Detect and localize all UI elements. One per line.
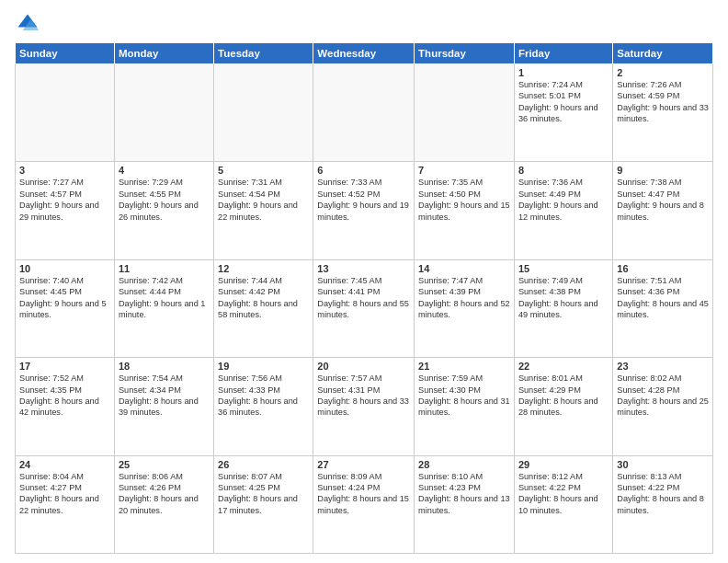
day-number: 29: [518, 459, 609, 470]
day-info: Sunrise: 7:57 AMSunset: 4:31 PMDaylight:…: [317, 373, 410, 419]
weekday-header-tuesday: Tuesday: [214, 43, 313, 64]
day-info: Sunrise: 8:12 AMSunset: 4:22 PMDaylight:…: [518, 471, 609, 517]
calendar-cell: 5Sunrise: 7:31 AMSunset: 4:54 PMDaylight…: [214, 162, 313, 259]
day-info: Sunrise: 8:07 AMSunset: 4:25 PMDaylight:…: [218, 471, 309, 517]
day-info: Sunrise: 7:42 AMSunset: 4:44 PMDaylight:…: [119, 275, 210, 321]
day-number: 15: [518, 263, 609, 274]
logo: [15, 11, 44, 37]
weekday-header-thursday: Thursday: [415, 43, 515, 64]
day-number: 24: [19, 459, 110, 470]
day-info: Sunrise: 7:44 AMSunset: 4:42 PMDaylight:…: [218, 275, 309, 321]
day-number: 21: [418, 361, 510, 372]
calendar-cell: 12Sunrise: 7:44 AMSunset: 4:42 PMDayligh…: [214, 259, 313, 357]
day-info: Sunrise: 7:56 AMSunset: 4:33 PMDaylight:…: [218, 373, 309, 419]
calendar-cell: [415, 64, 515, 162]
calendar-cell: [16, 64, 115, 162]
calendar-cell: [214, 64, 313, 162]
week-row-4: 17Sunrise: 7:52 AMSunset: 4:35 PMDayligh…: [16, 358, 713, 455]
day-number: 14: [418, 263, 510, 274]
day-info: Sunrise: 8:10 AMSunset: 4:23 PMDaylight:…: [418, 471, 510, 517]
calendar-cell: [313, 64, 415, 162]
calendar-cell: 30Sunrise: 8:13 AMSunset: 4:22 PMDayligh…: [613, 455, 713, 553]
day-number: 13: [317, 263, 410, 274]
week-row-1: 1Sunrise: 7:24 AMSunset: 5:01 PMDaylight…: [16, 64, 713, 162]
calendar-cell: 23Sunrise: 8:02 AMSunset: 4:28 PMDayligh…: [613, 358, 713, 455]
calendar-cell: 24Sunrise: 8:04 AMSunset: 4:27 PMDayligh…: [16, 455, 115, 553]
day-number: 6: [317, 165, 410, 176]
day-info: Sunrise: 8:09 AMSunset: 4:24 PMDaylight:…: [317, 471, 410, 517]
logo-icon: [15, 11, 40, 37]
week-row-5: 24Sunrise: 8:04 AMSunset: 4:27 PMDayligh…: [16, 455, 713, 553]
calendar-cell: 2Sunrise: 7:26 AMSunset: 4:59 PMDaylight…: [613, 64, 713, 162]
weekday-header-friday: Friday: [514, 43, 612, 64]
day-info: Sunrise: 7:35 AMSunset: 4:50 PMDaylight:…: [418, 177, 510, 223]
calendar-cell: 4Sunrise: 7:29 AMSunset: 4:55 PMDaylight…: [114, 162, 213, 259]
calendar-cell: 26Sunrise: 8:07 AMSunset: 4:25 PMDayligh…: [214, 455, 313, 553]
calendar: SundayMondayTuesdayWednesdayThursdayFrid…: [15, 42, 713, 554]
day-number: 10: [19, 263, 110, 274]
calendar-cell: 7Sunrise: 7:35 AMSunset: 4:50 PMDaylight…: [415, 162, 515, 259]
day-info: Sunrise: 7:24 AMSunset: 5:01 PMDaylight:…: [518, 79, 609, 125]
day-info: Sunrise: 7:33 AMSunset: 4:52 PMDaylight:…: [317, 177, 410, 223]
day-info: Sunrise: 7:51 AMSunset: 4:36 PMDaylight:…: [617, 275, 709, 321]
day-number: 12: [218, 263, 309, 274]
day-info: Sunrise: 8:02 AMSunset: 4:28 PMDaylight:…: [617, 373, 709, 419]
calendar-cell: 3Sunrise: 7:27 AMSunset: 4:57 PMDaylight…: [16, 162, 115, 259]
weekday-header-wednesday: Wednesday: [313, 43, 415, 64]
day-number: 16: [617, 263, 709, 274]
calendar-cell: 8Sunrise: 7:36 AMSunset: 4:49 PMDaylight…: [514, 162, 612, 259]
day-info: Sunrise: 7:49 AMSunset: 4:38 PMDaylight:…: [518, 275, 609, 321]
day-info: Sunrise: 8:13 AMSunset: 4:22 PMDaylight:…: [617, 471, 709, 517]
day-number: 5: [218, 165, 309, 176]
day-number: 3: [19, 165, 110, 176]
day-info: Sunrise: 8:06 AMSunset: 4:26 PMDaylight:…: [119, 471, 210, 517]
day-number: 17: [19, 361, 110, 372]
day-number: 18: [119, 361, 210, 372]
day-number: 20: [317, 361, 410, 372]
week-row-3: 10Sunrise: 7:40 AMSunset: 4:45 PMDayligh…: [16, 259, 713, 357]
day-number: 23: [617, 361, 709, 372]
calendar-cell: 14Sunrise: 7:47 AMSunset: 4:39 PMDayligh…: [415, 259, 515, 357]
week-row-2: 3Sunrise: 7:27 AMSunset: 4:57 PMDaylight…: [16, 162, 713, 259]
day-number: 4: [119, 165, 210, 176]
day-info: Sunrise: 8:04 AMSunset: 4:27 PMDaylight:…: [19, 471, 110, 517]
calendar-cell: 18Sunrise: 7:54 AMSunset: 4:34 PMDayligh…: [114, 358, 213, 455]
day-number: 27: [317, 459, 410, 470]
page: SundayMondayTuesdayWednesdayThursdayFrid…: [0, 0, 728, 563]
calendar-cell: 28Sunrise: 8:10 AMSunset: 4:23 PMDayligh…: [415, 455, 515, 553]
day-info: Sunrise: 7:59 AMSunset: 4:30 PMDaylight:…: [418, 373, 510, 419]
day-info: Sunrise: 7:40 AMSunset: 4:45 PMDaylight:…: [19, 275, 110, 321]
calendar-cell: 16Sunrise: 7:51 AMSunset: 4:36 PMDayligh…: [613, 259, 713, 357]
calendar-cell: 21Sunrise: 7:59 AMSunset: 4:30 PMDayligh…: [415, 358, 515, 455]
day-info: Sunrise: 7:26 AMSunset: 4:59 PMDaylight:…: [617, 79, 709, 125]
calendar-cell: 22Sunrise: 8:01 AMSunset: 4:29 PMDayligh…: [514, 358, 612, 455]
day-info: Sunrise: 7:29 AMSunset: 4:55 PMDaylight:…: [119, 177, 210, 223]
calendar-cell: 15Sunrise: 7:49 AMSunset: 4:38 PMDayligh…: [514, 259, 612, 357]
day-number: 11: [119, 263, 210, 274]
day-number: 1: [518, 67, 609, 78]
header: [15, 11, 713, 37]
calendar-cell: 19Sunrise: 7:56 AMSunset: 4:33 PMDayligh…: [214, 358, 313, 455]
weekday-header-row: SundayMondayTuesdayWednesdayThursdayFrid…: [16, 43, 713, 64]
day-number: 25: [119, 459, 210, 470]
day-number: 9: [617, 165, 709, 176]
weekday-header-sunday: Sunday: [16, 43, 115, 64]
calendar-cell: 1Sunrise: 7:24 AMSunset: 5:01 PMDaylight…: [514, 64, 612, 162]
calendar-cell: 6Sunrise: 7:33 AMSunset: 4:52 PMDaylight…: [313, 162, 415, 259]
calendar-cell: 25Sunrise: 8:06 AMSunset: 4:26 PMDayligh…: [114, 455, 213, 553]
calendar-cell: 11Sunrise: 7:42 AMSunset: 4:44 PMDayligh…: [114, 259, 213, 357]
calendar-cell: 27Sunrise: 8:09 AMSunset: 4:24 PMDayligh…: [313, 455, 415, 553]
calendar-cell: 13Sunrise: 7:45 AMSunset: 4:41 PMDayligh…: [313, 259, 415, 357]
day-number: 7: [418, 165, 510, 176]
weekday-header-saturday: Saturday: [613, 43, 713, 64]
calendar-cell: 17Sunrise: 7:52 AMSunset: 4:35 PMDayligh…: [16, 358, 115, 455]
calendar-cell: 9Sunrise: 7:38 AMSunset: 4:47 PMDaylight…: [613, 162, 713, 259]
day-number: 2: [617, 67, 709, 78]
day-info: Sunrise: 7:47 AMSunset: 4:39 PMDaylight:…: [418, 275, 510, 321]
day-info: Sunrise: 7:52 AMSunset: 4:35 PMDaylight:…: [19, 373, 110, 419]
day-number: 8: [518, 165, 609, 176]
day-info: Sunrise: 8:01 AMSunset: 4:29 PMDaylight:…: [518, 373, 609, 419]
day-number: 28: [418, 459, 510, 470]
calendar-cell: 29Sunrise: 8:12 AMSunset: 4:22 PMDayligh…: [514, 455, 612, 553]
calendar-cell: 10Sunrise: 7:40 AMSunset: 4:45 PMDayligh…: [16, 259, 115, 357]
